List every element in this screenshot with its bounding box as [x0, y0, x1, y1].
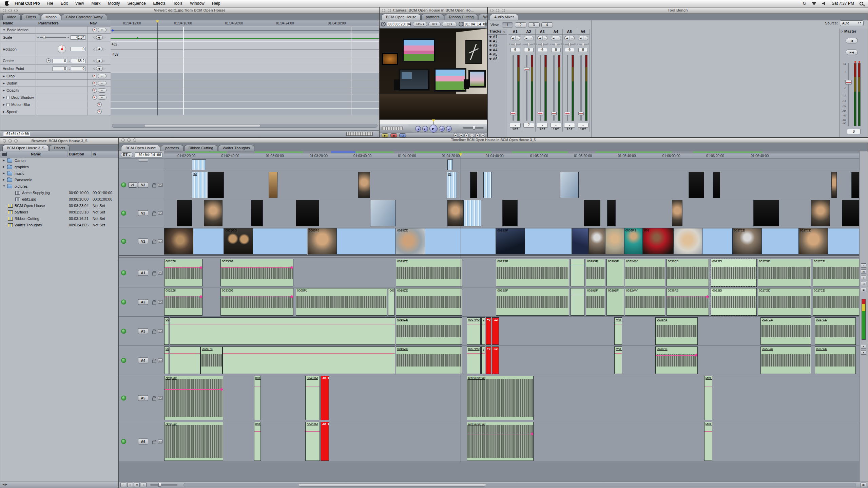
timeline-clip[interactable] [571, 259, 584, 286]
keyframe-band-rotation[interactable]: 432-432 [111, 41, 379, 57]
timeline-clip[interactable] [483, 172, 492, 198]
lock-icon[interactable] [152, 240, 155, 243]
param-value-field[interactable]: 41.84 [70, 35, 86, 40]
timeline-clip[interactable] [296, 200, 320, 226]
jog-control[interactable] [463, 127, 484, 129]
timeline-clip[interactable] [192, 159, 206, 170]
timeline-clip-0007w0[interactable]: 0007W0 [467, 317, 481, 345]
timeline-clip-0032wy[interactable]: 0032WY [625, 259, 665, 286]
timeline-clip[interactable] [672, 200, 682, 226]
menu-effects[interactable]: Effects [153, 1, 166, 6]
add-marker-button[interactable]: ▲ [464, 133, 469, 137]
track-tab-a5[interactable]: A5 [138, 395, 148, 401]
play-in-to-out-button[interactable]: ▶ [382, 133, 388, 137]
timeline-zoom-slider[interactable] [150, 484, 177, 486]
timeline-clip-0027cd[interactable]: 0027CD [815, 317, 856, 345]
timeline-clip-0027cd[interactable]: 0027CD [799, 228, 860, 255]
reset-button[interactable]: × [92, 27, 97, 32]
timeline-clip[interactable] [358, 172, 370, 198]
browser-item-partners[interactable]: partners00:01:35:18Not Set [0, 209, 118, 215]
pan-slider[interactable]: LR [577, 43, 589, 47]
add-keyframe-button[interactable]: ◆ [96, 35, 103, 40]
overlay-dropdown[interactable]: ▢ ▾ [442, 22, 457, 27]
reset-button[interactable]: × [92, 95, 97, 100]
timeline-clip[interactable] [204, 200, 223, 226]
timeline-clip-0036r3[interactable]: 0036R3 [655, 317, 698, 345]
disclosure-triangle[interactable]: ▶ [3, 165, 5, 168]
master-downmix-button[interactable]: ▶◀ [846, 50, 858, 55]
timeline-clip-0027cd[interactable]: 0027CD [733, 228, 799, 255]
fader-handle[interactable] [551, 112, 557, 115]
fader-handle[interactable] [538, 112, 543, 115]
play-to-out-icon[interactable]: ▶| [439, 126, 445, 132]
master-fader-handle[interactable] [845, 80, 852, 85]
canvas-current-timecode[interactable]: 01:04:14:00 [463, 22, 486, 27]
browser-item-acme-supply-jpg[interactable]: Acme Supply.jpg00:00:10:0000:01:00:00 [0, 190, 118, 196]
auto-select-icon[interactable] [158, 396, 162, 400]
menu-app-name[interactable]: Final Cut Pro [15, 1, 40, 6]
shuttle-control[interactable] [382, 127, 403, 130]
timeline-clip-0027gd[interactable]: 0027GD [758, 288, 811, 316]
match-frame-button[interactable]: ◀ [475, 133, 480, 137]
timeline-clip[interactable] [223, 346, 395, 374]
auto-select-icon[interactable] [158, 439, 162, 443]
window-controls[interactable] [490, 9, 505, 12]
lock-icon[interactable] [152, 329, 155, 333]
pan-value[interactable]: 0 [565, 48, 574, 52]
param-y-field[interactable]: 68.2 [71, 59, 86, 63]
disclosure-triangle[interactable]: ▶ [3, 89, 5, 92]
tab-audio-mixer[interactable]: Audio Mixer [490, 14, 518, 20]
track-tab-v4[interactable] [138, 159, 148, 162]
fader-handle[interactable] [578, 112, 584, 115]
disclosure-triangle[interactable]: ▶ [3, 103, 5, 106]
timeline-clip[interactable] [170, 317, 395, 345]
fader-handle[interactable] [524, 67, 529, 71]
slider-right-arrow[interactable]: ▸ [67, 36, 69, 39]
timeline-clip-0027cd[interactable]: 0027CD [813, 288, 860, 316]
timeline-clip-0007w0[interactable]: 0007W0 [467, 346, 481, 374]
param-menu-button[interactable]: ▾ [98, 28, 107, 32]
timeline-clip-12[interactable]: -12 [492, 317, 499, 345]
lock-icon[interactable] [152, 358, 155, 362]
keyframe-graph-area[interactable]: 01:04:12:0001:04:16:0001:04:20:0001:04:2… [111, 20, 379, 130]
next-keyframe-button[interactable]: ▷ [103, 36, 106, 39]
point-picker-button[interactable]: + [46, 58, 51, 63]
wifi-icon[interactable] [812, 2, 816, 5]
lock-icon[interactable] [152, 396, 155, 400]
add-keyframe-button[interactable]: ◇ [470, 133, 474, 137]
timeline-clip[interactable] [811, 200, 830, 226]
add-keyframe-button[interactable]: ◆ [96, 67, 103, 71]
timeline-clip-0027gd[interactable]: 0027GD [760, 317, 811, 345]
timeline-clip-0019ze[interactable]: 0019ZE [396, 317, 462, 345]
menu-view[interactable]: View [75, 1, 84, 6]
fader-handle[interactable] [565, 112, 570, 115]
menu-tools[interactable]: Tools [173, 1, 182, 6]
timeline-clip-0029sf[interactable]: 0029SF [606, 288, 624, 316]
pan-slider[interactable]: LR [563, 43, 576, 47]
disclosure-triangle[interactable]: ▶ [3, 96, 5, 99]
sync-icon[interactable]: ↻ [803, 1, 806, 6]
col-in[interactable]: In [93, 152, 96, 156]
timeline-clip-red-velvet-aif[interactable]: red velvet.aif [467, 422, 534, 461]
mark-clip-button[interactable]: ▣ [390, 133, 397, 137]
timeline-clip[interactable] [269, 172, 278, 198]
timeline-clip-mvi-5[interactable]: MVI 5 [614, 346, 622, 374]
timeline-clip-0[interactable]: 0 [481, 317, 485, 345]
timeline-clip-mvi-5[interactable]: MVI 5 [614, 317, 622, 345]
scale-slider[interactable] [40, 37, 66, 38]
timeline-clip[interactable] [589, 228, 605, 255]
col-name[interactable]: Name [31, 152, 41, 156]
mixer-track-item-a5[interactable]: A5 [488, 52, 507, 57]
timeline-clip-0036r3[interactable]: 0036R3 [655, 346, 698, 374]
timeline-clip[interactable] [713, 172, 720, 198]
viewer-current-timecode[interactable]: 01:04:14:00 [3, 132, 30, 136]
pan-slider[interactable]: LR [523, 43, 535, 47]
mixer-track-item-a6[interactable]: A6 [488, 57, 507, 61]
canvas-titlebar[interactable]: Canvas: BCM Open House in BCM Open Ho... [380, 7, 487, 14]
timeline-clip-000[interactable]: 000 [388, 288, 394, 316]
track-lane-a6[interactable]: ckflip.aif001500431M-01:1red velvet.aifM… [164, 421, 860, 462]
disclosure-triangle[interactable]: ▼ [3, 29, 5, 32]
track-lane-a2[interactable]: 0028ZK0033GG0005PJ0000019ZE0029SF0029SF0… [164, 287, 860, 316]
disclosure-triangle[interactable]: ▶ [3, 75, 5, 78]
track-tab-a2[interactable]: A2 [138, 299, 148, 305]
